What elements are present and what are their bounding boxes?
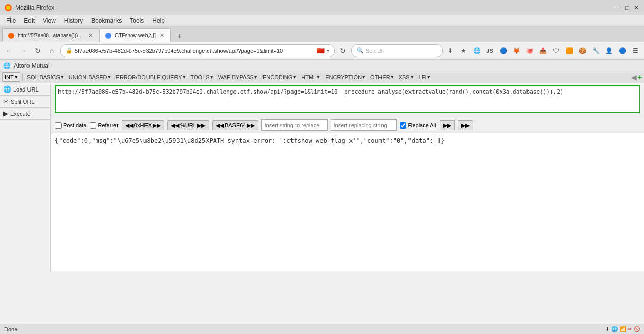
extension4-button[interactable]: 🔧 — [590, 45, 601, 56]
xss-item[interactable]: XSS▾ — [397, 73, 416, 81]
apply-replace-btn[interactable]: ▶▶ — [440, 120, 455, 130]
menu-bookmarks[interactable]: Bookmarks — [87, 16, 126, 25]
settings-right-icon[interactable]: ◀ — [631, 73, 637, 81]
tab1-label: http://5f7ae08...atabase())),2) — [18, 33, 84, 38]
base64-encode-btn[interactable]: ◀◀ BASE64 ▶▶ — [212, 120, 259, 130]
other-item[interactable]: OTHER▾ — [368, 73, 396, 81]
hex-encode-btn[interactable]: ◀◀ 0xHEX ▶▶ — [122, 120, 164, 130]
response-area: {"code":0,"msg":"\u67e5\u8be2\u5931\u8d2… — [51, 133, 644, 271]
reload-button[interactable]: ↻ — [32, 45, 44, 57]
left-sidebar: 🌐 Load URL ✂ Split URL ▶ Execute — [0, 83, 51, 271]
menu-history[interactable]: History — [60, 16, 87, 25]
url-input-area: http://5f7ae086-e57b-482d-b75c-532b797b0… — [51, 83, 644, 117]
replacing-string-input[interactable] — [331, 119, 397, 131]
menu-open-button[interactable]: ☰ — [630, 45, 641, 56]
execute-icon: ▶ — [3, 110, 8, 117]
url-label: %URL — [180, 122, 196, 128]
cookies-button[interactable]: 🍪 — [577, 45, 588, 56]
tab1-close[interactable]: ✕ — [87, 32, 94, 39]
address-bar[interactable]: 🔒 5f7ae086-e57b-482d-b75c-532b797b04c9.c… — [60, 44, 335, 57]
extension3-button[interactable]: 🟧 — [564, 45, 575, 56]
back-button[interactable]: ← — [3, 45, 15, 57]
search-icon: 🔍 — [357, 47, 364, 54]
encryption-arrow: ▾ — [362, 74, 365, 80]
int-label: INT — [5, 74, 14, 80]
status-right-icons: ⬇ 🌐 📶 ✏ 🚫 — [605, 326, 640, 332]
encoding-item[interactable]: ENCODING▾ — [260, 73, 298, 81]
waf-bypass-item[interactable]: WAF BYPASS▾ — [216, 73, 259, 81]
base64-label: BASE64 — [225, 122, 246, 128]
tools-item[interactable]: TOOLS▾ — [189, 73, 215, 81]
referrer-checkbox[interactable]: Referrer — [90, 122, 118, 129]
status-text: Done — [4, 326, 17, 332]
lfi-item[interactable]: LFI▾ — [417, 73, 432, 81]
tools-arrow: ▾ — [210, 74, 213, 80]
extension1-button[interactable]: 🔵 — [497, 45, 509, 56]
referrer-label: Referrer — [98, 122, 118, 128]
url-right-arrow: ▶▶ — [197, 122, 206, 129]
menu-edit[interactable]: Edit — [20, 16, 39, 25]
search-placeholder: Search — [366, 48, 384, 54]
menu-view[interactable]: View — [39, 16, 60, 25]
replace-all-input[interactable] — [400, 122, 406, 129]
extra-btn[interactable]: ▶▶ — [458, 120, 473, 130]
load-url-label: Load URL — [13, 86, 39, 93]
post-data-checkbox[interactable]: Post data — [55, 122, 86, 129]
svg-point-3 — [105, 33, 111, 39]
insert-string-input[interactable] — [261, 119, 328, 131]
forward-button[interactable]: → — [17, 45, 30, 57]
extension2-button[interactable]: 🦊 — [511, 45, 522, 56]
tab-2[interactable]: CTFshow-web入[] ✕ — [99, 28, 171, 42]
reload-address-button[interactable]: ↻ — [337, 45, 349, 57]
wifi-button[interactable]: 🌐 — [471, 45, 482, 56]
url-textarea[interactable]: http://5f7ae086-e57b-482d-b75c-532b797b0… — [55, 85, 640, 113]
encryption-item[interactable]: ENCRYPTION▾ — [323, 73, 367, 81]
split-url-row[interactable]: ✂ Split URL — [0, 96, 50, 107]
post-data-input[interactable] — [55, 122, 62, 129]
js-button[interactable]: JS — [484, 45, 495, 56]
union-based-item[interactable]: UNION BASED▾ — [67, 73, 113, 81]
tab2-close[interactable]: ✕ — [159, 32, 165, 39]
status-icon-2: 🌐 — [611, 326, 618, 332]
extension6-button[interactable]: 🔵 — [617, 45, 628, 56]
addon-button[interactable]: 🐙 — [524, 45, 535, 56]
load-url-row[interactable]: 🌐 Load URL — [0, 83, 50, 95]
union-based-arrow: ▾ — [108, 74, 111, 80]
minimize-button[interactable]: — — [614, 4, 622, 11]
address-dropdown[interactable]: ▾ — [327, 48, 329, 53]
menu-file[interactable]: File — [2, 16, 20, 25]
new-tab-button[interactable]: + — [173, 31, 186, 42]
split-url-label: Split URL — [11, 99, 34, 105]
tab2-favicon — [105, 32, 112, 39]
url-encode-btn[interactable]: ◀◀ %URL ▶▶ — [167, 120, 209, 130]
menu-tools[interactable]: Tools — [126, 16, 148, 25]
html-item[interactable]: HTML▾ — [299, 73, 322, 81]
replace-all-label: Replace All — [408, 122, 436, 128]
close-button[interactable]: ✕ — [633, 4, 640, 11]
menu-help[interactable]: Help — [148, 16, 169, 25]
bookmarks-button[interactable]: ★ — [458, 45, 469, 56]
int-dropdown[interactable]: INT ▾ — [2, 72, 20, 82]
status-icon-1: ⬇ — [605, 326, 609, 332]
tab-1[interactable]: http://5f7ae08...atabase())),2) ✕ — [2, 28, 99, 42]
status-icon-3: 📶 — [620, 326, 626, 332]
lfi-arrow: ▾ — [427, 74, 430, 80]
add-right-icon[interactable]: + — [638, 73, 642, 81]
search-bar[interactable]: 🔍 Search — [351, 44, 443, 57]
split-url-icon: ✂ — [3, 98, 9, 105]
sql-toolbar: INT ▾ SQL BASICS▾ UNION BASED▾ ERROR/DOU… — [0, 71, 644, 83]
home-button[interactable]: ⌂ — [46, 45, 58, 57]
error-query-item[interactable]: ERROR/DOUBLE QUERY▾ — [114, 73, 188, 81]
shield-button[interactable]: 🛡 — [550, 45, 562, 56]
url-left-arrow: ◀◀ — [171, 122, 179, 129]
sql-basics-item[interactable]: SQL BASICS▾ — [25, 73, 66, 81]
referrer-input[interactable] — [90, 122, 96, 129]
replace-all-checkbox[interactable]: Replace All — [400, 122, 436, 129]
execute-row[interactable]: ▶ Execute — [0, 108, 50, 119]
downloads-button[interactable]: ⬇ — [445, 45, 456, 56]
share-button[interactable]: 📤 — [537, 45, 548, 56]
hex-left-arrow: ◀◀ — [125, 122, 133, 129]
extension5-button[interactable]: 👤 — [603, 45, 614, 56]
maximize-button[interactable]: □ — [624, 4, 631, 11]
right-indicators: ◀ + — [631, 73, 642, 81]
